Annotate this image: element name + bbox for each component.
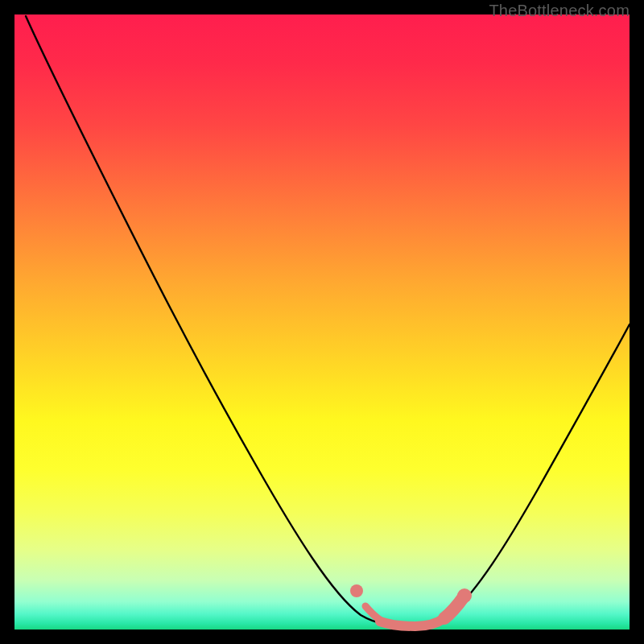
curve-layer <box>14 14 630 630</box>
highlight-dot-right <box>457 588 472 603</box>
plot-area <box>14 14 630 630</box>
highlight-flat <box>380 618 444 626</box>
watermark-text: TheBottleneck.com <box>489 2 630 20</box>
bottleneck-curve <box>26 16 630 626</box>
highlight-dot-left <box>350 584 363 597</box>
chart-frame: TheBottleneck.com <box>0 0 644 644</box>
